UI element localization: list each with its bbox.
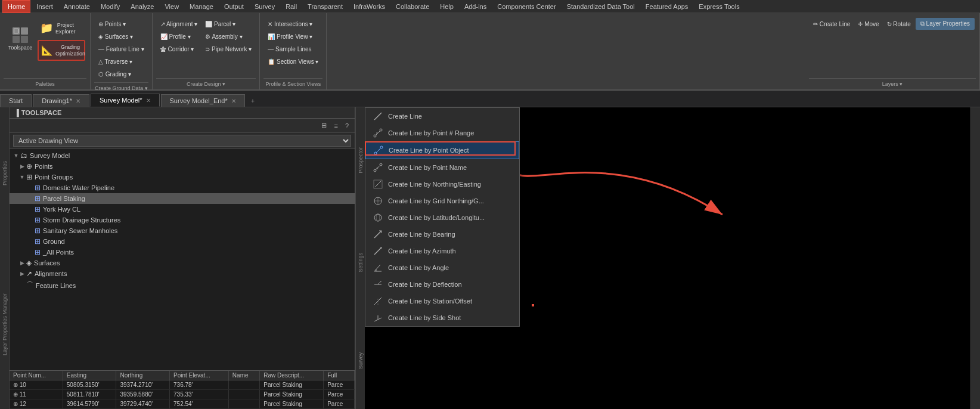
rotate-tool[interactable]: ↻ Rotate — [884, 18, 914, 30]
intersections-button[interactable]: ✕ Intersections ▾ — [265, 18, 321, 30]
tree-item-all-points[interactable]: ⊞ _All Points — [10, 247, 355, 258]
menu-addins[interactable]: Add-ins — [460, 0, 491, 13]
toolspace-toolbar-btn1[interactable]: ⊞ — [319, 120, 329, 131]
menu-rail[interactable]: Rail — [281, 0, 302, 13]
create-line-object-icon — [373, 145, 384, 156]
tree-item-ground[interactable]: ⊞ Ground — [10, 236, 355, 247]
survey-label[interactable]: Survey — [357, 350, 364, 371]
menu-expresstools[interactable]: Express Tools — [694, 0, 744, 13]
menu-item-by-angle[interactable]: Create Line by Angle — [365, 259, 519, 276]
ribbon-design-title: Create Design ▾ — [156, 78, 256, 87]
tab-survey-model-close[interactable]: ✕ — [146, 97, 151, 104]
tab-drawing1-close[interactable]: ✕ — [76, 98, 80, 104]
menu-help[interactable]: Help — [435, 0, 458, 13]
surfaces-button[interactable]: ◈ Surfaces ▾ — [95, 30, 147, 42]
corridor-button[interactable]: 🛣 Corridor ▾ — [157, 43, 200, 55]
tab-drawing1[interactable]: Drawing1* ✕ — [33, 94, 89, 107]
active-drawing-view-select[interactable]: Active Drawing View — [13, 135, 351, 147]
prospector-label[interactable]: Prospector — [357, 145, 364, 176]
table-row[interactable]: ⊕ 12 39614.5790' 39729.4740' 752.54' Par… — [10, 399, 355, 409]
menu-featapps[interactable]: Featured Apps — [641, 0, 693, 13]
menu-output[interactable]: Output — [219, 0, 249, 13]
properties-label[interactable]: Properties — [1, 159, 8, 188]
tree-item-root[interactable]: ▼ 🗂 Survey Model — [10, 150, 355, 161]
tab-start[interactable]: Start — [0, 94, 32, 107]
tree-item-york-hwy[interactable]: ⊞ York Hwy CL — [10, 204, 355, 215]
menu-item-by-side-shot[interactable]: Create Line by Side Shot — [365, 309, 519, 326]
menu-transparent[interactable]: Transparent — [303, 0, 348, 13]
menu-item-by-northing-easting[interactable]: Create Line by Northing/Easting — [365, 176, 519, 193]
assembly-button[interactable]: ⚙ Assembly ▾ — [202, 30, 255, 42]
tree-item-points[interactable]: ▶ ⊕ Points — [10, 161, 355, 172]
ribbon-layers-title: Layers ▾ — [809, 78, 976, 87]
sample-lines-button[interactable]: — Sample Lines — [265, 43, 321, 55]
tab-survey-model-end[interactable]: Survey Model_End* ✕ — [161, 94, 245, 107]
menu-item-by-point-range[interactable]: # Create Line by Point # Range — [365, 125, 519, 141]
main-area: Properties Layer Properties Manager ▐ TO… — [0, 107, 980, 409]
menu-item-by-deflection[interactable]: Create Line by Deflection — [365, 276, 519, 293]
svg-line-24 — [378, 281, 382, 284]
tab-add[interactable]: + — [246, 95, 259, 107]
menu-item-by-azimuth[interactable]: Create Line by Azimuth — [365, 243, 519, 259]
toolspace-button[interactable]: Toolspace — [5, 18, 36, 61]
ribbon-group-grounddata: ⊕ Points ▾ ◈ Surfaces ▾ — Feature Line ▾… — [91, 13, 153, 89]
toolspace-toolbar-btn2[interactable]: ≡ — [331, 120, 340, 131]
col-elev: Point Elevat... — [170, 371, 229, 380]
feature-line-button[interactable]: — Feature Line ▾ — [95, 43, 147, 55]
tree-item-domestic-water[interactable]: ⊞ Domestic Water Pipeline — [10, 182, 355, 193]
settings-label[interactable]: Settings — [357, 250, 364, 275]
menu-bar: Home Insert Annotate Modify Analyze View… — [0, 0, 980, 13]
alignment-button[interactable]: ↗ Alignment ▾ — [157, 18, 200, 30]
viewport[interactable]: [-][Top][2D Wireframe] Create Line # Cre… — [365, 107, 970, 409]
svg-line-19 — [374, 231, 382, 238]
tree-item-storm-drainage[interactable]: ⊞ Storm Drainage Structures — [10, 215, 355, 225]
traverse-button[interactable]: △ Traverse ▾ — [95, 55, 147, 67]
menu-item-create-line[interactable]: Create Line — [365, 108, 519, 125]
menu-item-by-station-offset[interactable]: Create Line by Station/Offset — [365, 293, 519, 309]
create-line-tool[interactable]: ✏ Create Line — [810, 18, 853, 30]
parcel-button[interactable]: ⬜ Parcel ▾ — [202, 18, 255, 30]
menu-item-by-lat-long[interactable]: Create Line by Latitude/Longitu... — [365, 209, 519, 226]
layer-props-button[interactable]: ⧉ Layer Properties — [916, 18, 975, 30]
menu-manage[interactable]: Manage — [185, 0, 218, 13]
grading-optimization-button[interactable]: 📐 GradingOptimization — [38, 40, 85, 61]
menu-item-by-bearing[interactable]: Create Line by Bearing — [365, 226, 519, 243]
points-button[interactable]: ⊕ Points ▾ — [95, 18, 147, 30]
menu-item-by-point-object[interactable]: Create Line by Point Object — [365, 141, 519, 159]
menu-stddata[interactable]: Standardized Data Tool — [562, 0, 640, 13]
grading-button[interactable]: ⬡ Grading ▾ — [95, 68, 147, 80]
tab-survey-model-end-close[interactable]: ✕ — [231, 98, 236, 104]
table-row[interactable]: ⊕ 11 50811.7810' 39359.5880' 735.33' Par… — [10, 390, 355, 399]
section-views-button[interactable]: 📋 Section Views ▾ — [265, 55, 321, 67]
toolspace-help-btn[interactable]: ? — [343, 120, 351, 131]
menu-components[interactable]: Components Center — [492, 0, 560, 13]
tree-item-feature-lines[interactable]: ⌒ Feature Lines — [10, 279, 355, 292]
profile-button[interactable]: 📈 Profile ▾ — [157, 30, 200, 42]
pipe-network-button[interactable]: ⊃ Pipe Network ▾ — [202, 43, 255, 55]
project-explorer-button[interactable]: 📁 ProjectExplorer — [38, 18, 85, 39]
menu-insert[interactable]: Insert — [32, 0, 58, 13]
menu-item-by-grid-northing[interactable]: Create Line by Grid Northing/G... — [365, 193, 519, 209]
menu-view[interactable]: View — [160, 0, 184, 13]
layer-props-manager-label[interactable]: Layer Properties Manager — [1, 291, 8, 358]
create-line-azimuth-icon — [373, 246, 383, 256]
profile-view-button[interactable]: 📊 Profile View ▾ — [265, 30, 321, 42]
tree-item-alignments[interactable]: ▶ ↗ Alignments — [10, 268, 355, 279]
menu-infraworks[interactable]: InfraWorks — [349, 0, 390, 13]
tree-item-sanitary-sewer[interactable]: ⊞ Sanitary Sewer Manholes — [10, 225, 355, 236]
create-line-ne-icon — [373, 179, 383, 190]
ribbon-group-palettes: Toolspace 📁 ProjectExplorer 📐 GradingOpt… — [0, 13, 91, 89]
menu-collaborate[interactable]: Collaborate — [391, 0, 434, 13]
menu-survey[interactable]: Survey — [250, 0, 280, 13]
menu-item-by-point-name[interactable]: A Create Line by Point Name — [365, 159, 519, 176]
table-row[interactable]: ⊕ 10 50805.3150' 39374.2710' 736.78' Par… — [10, 380, 355, 390]
menu-home[interactable]: Home — [2, 0, 30, 13]
tree-item-point-groups[interactable]: ▼ ⊞ Point Groups — [10, 172, 355, 182]
tab-survey-model[interactable]: Survey Model* ✕ — [91, 94, 160, 107]
move-tool[interactable]: ✛ Move — [855, 18, 882, 30]
menu-analyze[interactable]: Analyze — [126, 0, 159, 13]
menu-modify[interactable]: Modify — [96, 0, 125, 13]
menu-annotate[interactable]: Annotate — [59, 0, 95, 13]
tree-item-parcel-staking[interactable]: ⊞ Parcel Staking — [10, 193, 355, 204]
tree-item-surfaces[interactable]: ▶ ◈ Surfaces — [10, 258, 355, 268]
